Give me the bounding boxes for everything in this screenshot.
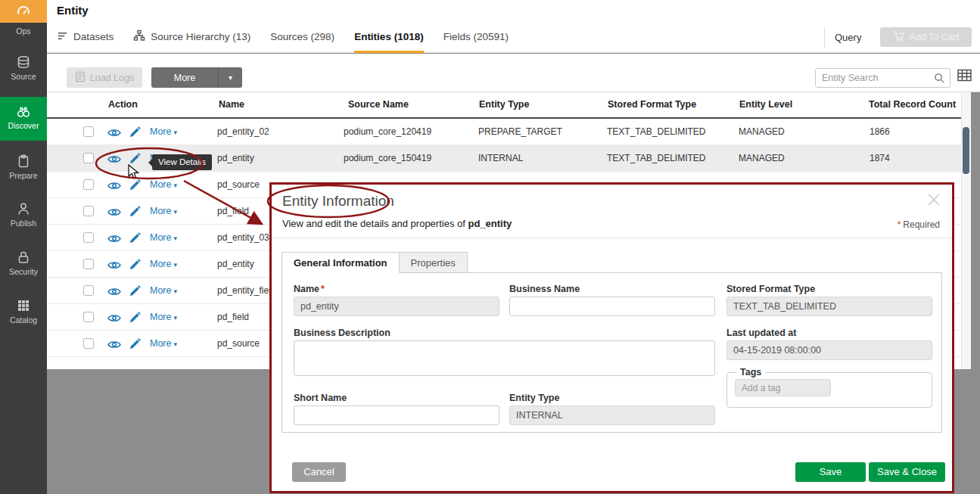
edit-icon[interactable] [129, 311, 142, 327]
edit-icon[interactable] [129, 337, 142, 353]
tab-source-hierarchy[interactable]: Source Hierarchy (13) [133, 24, 250, 53]
page-title: Entity [57, 4, 89, 17]
business-name-field[interactable] [509, 297, 715, 316]
row-more-button[interactable]: More▾ [150, 251, 177, 278]
row-more-button[interactable]: More▾ [150, 225, 177, 252]
edit-icon[interactable] [129, 231, 142, 247]
row-checkbox[interactable] [83, 153, 94, 163]
view-details-icon[interactable] [107, 259, 121, 273]
short-name-field[interactable] [294, 405, 499, 425]
edit-icon[interactable] [129, 258, 142, 274]
add-tag-input[interactable] [735, 379, 831, 396]
save-button[interactable]: Save [795, 462, 866, 482]
sidebar-item-discover[interactable]: Discover [0, 97, 47, 141]
tab-properties[interactable]: Properties [400, 252, 468, 273]
cell-stored-format-type: TEXT_TAB_DELIMITED [607, 145, 705, 172]
view-details-icon[interactable] [107, 286, 121, 300]
more-dropdown-button[interactable]: More ▾ [151, 67, 242, 88]
add-to-cart-label: Add To Cart [910, 32, 960, 42]
sidebar-item-publish[interactable]: Publish [0, 201, 47, 228]
load-logs-label: Load Logs [90, 73, 134, 83]
tab-entities[interactable]: Entities (1018) [354, 24, 424, 53]
cell-name: pd_entity_03 [217, 225, 269, 251]
row-more-button[interactable]: More▾ [150, 278, 177, 305]
topbar: Entity Datasets Source Hierarchy (13) So… [47, 0, 980, 53]
cell-total-record-count: 1866 [870, 119, 890, 145]
view-details-icon[interactable] [107, 207, 121, 220]
sidebar-item-label: Prepare [9, 171, 37, 180]
search-icon[interactable] [934, 73, 945, 87]
sidebar-item-ops[interactable]: Ops [0, 26, 47, 36]
cell-name: pd_entity [217, 145, 254, 172]
query-button[interactable]: Query [835, 32, 861, 43]
last-updated-field [726, 340, 932, 360]
sidebar-item-source[interactable]: Source [0, 54, 47, 81]
binoculars-icon [0, 104, 47, 119]
name-field[interactable] [294, 297, 499, 316]
view-details-icon[interactable] [107, 233, 121, 247]
edit-icon[interactable] [129, 284, 142, 300]
scrollbar[interactable] [961, 92, 971, 369]
scrollbar-thumb[interactable] [963, 127, 969, 174]
col-total-record-count: Total Record Count [869, 92, 956, 117]
clipboard-icon [0, 154, 47, 169]
row-checkbox[interactable] [83, 179, 94, 190]
row-more-button[interactable]: More▾ [150, 172, 177, 199]
mouse-cursor-icon [128, 164, 139, 183]
row-checkbox[interactable] [83, 206, 94, 216]
row-checkbox[interactable] [83, 126, 94, 137]
view-details-icon[interactable] [107, 154, 121, 167]
view-details-icon[interactable] [107, 339, 121, 353]
cell-name: pd_source [217, 172, 260, 198]
table-view-icon[interactable] [957, 69, 972, 85]
view-details-tooltip: View Details [152, 154, 212, 170]
table-header: Action Name Source Name Entity Type Stor… [47, 92, 961, 119]
sidebar-item-security[interactable]: Security [0, 250, 47, 276]
chevron-down-icon: ▾ [173, 261, 177, 269]
col-stored-format-type: Stored Format Type [608, 92, 696, 117]
view-details-icon[interactable] [107, 312, 121, 326]
business-description-field[interactable] [294, 340, 715, 376]
tab-fields[interactable]: Fields (20591) [443, 24, 509, 53]
row-more-button[interactable]: More▾ [150, 119, 177, 146]
row-more-button[interactable]: More▾ [150, 331, 177, 358]
row-checkbox[interactable] [83, 232, 94, 243]
required-star: * [898, 219, 901, 230]
view-details-icon[interactable] [107, 180, 121, 194]
stored-format-type-label: Stored Format Type [726, 284, 815, 294]
row-more-button[interactable]: More▾ [150, 198, 177, 225]
entity-search [815, 68, 950, 88]
grid-icon [0, 298, 47, 313]
load-logs-button[interactable]: Load Logs [67, 67, 142, 88]
close-icon[interactable] [926, 192, 941, 210]
tab-sources[interactable]: Sources (298) [270, 24, 334, 53]
row-more-button[interactable]: More▾ [150, 304, 177, 331]
cart-icon [893, 30, 904, 44]
database-icon [0, 54, 47, 70]
row-checkbox[interactable] [83, 312, 94, 322]
cell-entity-level: MANAGED [739, 119, 785, 145]
required-text: Required [903, 219, 940, 230]
tab-general-information[interactable]: General Information [282, 252, 400, 273]
add-to-cart-button[interactable]: Add To Cart [880, 27, 972, 47]
row-checkbox[interactable] [83, 285, 94, 296]
tab-label: Source Hierarchy (13) [151, 31, 250, 42]
edit-icon[interactable] [129, 205, 142, 221]
modal-subtitle-text: View and edit the details and properties… [282, 218, 468, 229]
ops-gauge-icon[interactable] [0, 0, 47, 23]
tab-datasets[interactable]: Datasets [57, 24, 114, 53]
sidebar-item-catalog[interactable]: Catalog [0, 298, 47, 325]
row-checkbox[interactable] [83, 338, 94, 349]
cancel-button[interactable]: Cancel [292, 462, 346, 482]
sidebar-item-prepare[interactable]: Prepare [0, 154, 47, 180]
save-and-close-button[interactable]: Save & Close [869, 462, 945, 482]
row-checkbox[interactable] [83, 259, 94, 269]
cell-name: pd_source [217, 331, 260, 357]
main-tabs: Datasets Source Hierarchy (13) Sources (… [57, 24, 528, 53]
col-name: Name [219, 92, 244, 117]
modal-title: Entity Information [282, 193, 394, 210]
required-note: *Required [898, 219, 940, 230]
view-details-icon[interactable] [107, 127, 121, 141]
edit-icon[interactable] [129, 126, 142, 141]
search-input[interactable] [816, 69, 931, 87]
